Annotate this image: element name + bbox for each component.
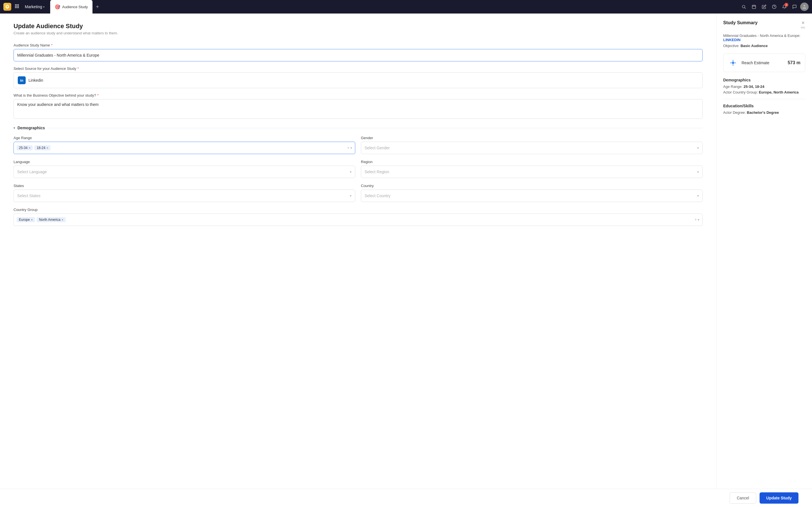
remove-europe-button[interactable]: × (31, 218, 33, 221)
user-avatar[interactable] (800, 3, 809, 11)
main-container: Update Audience Study Create an audience… (0, 13, 812, 507)
summary-study-name: Millennial Graduates - North America & E… (723, 34, 805, 42)
summary-platform: LINKEDIN (723, 38, 741, 42)
study-summary-panel: Study Summary × esc Millennial Graduates… (716, 13, 812, 507)
states-country-row: States Select States ▾ Country Select Co… (13, 184, 703, 202)
states-placeholder: Select States (17, 193, 41, 198)
edit-button[interactable] (760, 2, 769, 11)
notification-badge: 1 (784, 3, 788, 7)
source-label: Select Source for your Audience Study * (13, 66, 703, 71)
country-group-chevron-icon: ▾ (698, 218, 700, 222)
svg-point-17 (804, 5, 805, 6)
study-name-input[interactable] (13, 49, 703, 61)
audience-study-tab[interactable]: 🎯 Audience Study (50, 0, 92, 13)
language-placeholder: Select Language (17, 170, 47, 174)
country-group-tag-north-america: North America × (37, 217, 65, 222)
actor-country-summary: Actor Country Group: Europe, North Ameri… (723, 90, 805, 94)
language-selector[interactable]: Select Language ▾ (13, 166, 355, 178)
region-label: Region (361, 160, 703, 164)
source-selector[interactable]: in Linkedin (13, 72, 703, 88)
calendar-button[interactable] (749, 2, 758, 11)
actor-degree-value: Bachelor's Degree (747, 110, 779, 115)
close-esc-label: esc (801, 26, 805, 29)
remove-north-america-button[interactable]: × (61, 218, 63, 221)
grid-icon[interactable] (13, 3, 20, 11)
cancel-button[interactable]: Cancel (730, 492, 756, 504)
states-selector[interactable]: Select States ▾ (13, 189, 355, 202)
svg-rect-0 (15, 4, 16, 5)
actor-country-value: Europe, North America (759, 90, 799, 94)
country-selector[interactable]: Select Country ▾ (361, 189, 703, 202)
summary-divider (723, 99, 805, 99)
clear-country-group-button[interactable]: × (695, 218, 697, 222)
objective-input[interactable]: Know your audience and what matters to t… (13, 99, 703, 119)
topnav-icons: 1 (739, 2, 809, 11)
source-value: Linkedin (29, 78, 43, 82)
age-tag-18-24: 18-24 × (35, 145, 50, 151)
country-group-tag-europe: Europe × (17, 217, 35, 222)
age-range-summary-value: 25-34, 18-24 (744, 84, 764, 89)
gender-chevron-icon: ▾ (697, 146, 699, 150)
remove-25-34-button[interactable]: × (29, 146, 31, 150)
help-button[interactable] (770, 2, 779, 11)
svg-point-20 (732, 64, 734, 66)
required-indicator-3: * (97, 93, 99, 98)
age-range-selector[interactable]: 25-34 × 18-24 × × ▾ (13, 142, 355, 154)
form-area: Update Audience Study Create an audience… (0, 13, 716, 507)
study-name-label: Audience Study Name * (13, 43, 703, 47)
page-subtitle: Create an audience study and understand … (13, 31, 703, 35)
states-field: States Select States ▾ (13, 184, 355, 202)
svg-point-21 (730, 62, 732, 64)
study-name-field: Audience Study Name * (13, 43, 703, 61)
marketing-label: Marketing (25, 4, 42, 9)
app-logo[interactable] (3, 3, 11, 11)
country-group-field: Country Group Europe × North America × ×… (13, 208, 703, 226)
education-summary-title: Education/Skills (723, 104, 805, 108)
region-placeholder: Select Region (364, 170, 389, 174)
update-study-button[interactable]: Update Study (760, 492, 799, 504)
region-field: Region Select Region ▾ (361, 160, 703, 178)
svg-rect-7 (16, 7, 17, 8)
chat-button[interactable] (790, 2, 799, 11)
objective-field: What is the Business Objective behind yo… (13, 93, 703, 119)
reach-label: Reach Estimate (742, 61, 784, 65)
gender-placeholder: Select Gender (364, 146, 390, 150)
demographics-section-header[interactable]: ▾ Demographics (13, 126, 703, 130)
reach-value: 573 m (788, 60, 801, 65)
tab-label: Audience Study (62, 5, 88, 9)
region-selector[interactable]: Select Region ▾ (361, 166, 703, 178)
required-indicator: * (51, 43, 52, 47)
language-field: Language Select Language ▾ (13, 160, 355, 178)
country-chevron-icon: ▾ (697, 194, 699, 198)
svg-rect-4 (16, 6, 17, 7)
required-indicator-2: * (78, 66, 79, 71)
svg-rect-3 (15, 6, 16, 7)
demographics-title: Demographics (17, 126, 45, 130)
search-button[interactable] (739, 2, 748, 11)
country-group-label: Country Group (13, 208, 703, 212)
gender-selector[interactable]: Select Gender ▾ (361, 142, 703, 154)
bottom-action-bar: Cancel Update Study (0, 489, 812, 507)
gender-label: Gender (361, 136, 703, 140)
svg-point-22 (735, 62, 736, 64)
age-gender-row: Age Range 25-34 × 18-24 × × ▾ (13, 136, 703, 154)
country-group-selector[interactable]: Europe × North America × × ▾ (13, 214, 703, 226)
reach-estimate-box: Reach Estimate 573 m (723, 54, 805, 72)
notifications-button[interactable]: 1 (780, 2, 789, 11)
objective-label: What is the Business Objective behind yo… (13, 93, 703, 98)
states-chevron-icon: ▾ (350, 194, 352, 198)
region-chevron-icon: ▾ (697, 170, 699, 174)
gender-field: Gender Select Gender ▾ (361, 136, 703, 154)
remove-18-24-button[interactable]: × (47, 146, 48, 150)
svg-point-19 (732, 60, 734, 61)
age-range-field: Age Range 25-34 × 18-24 × × ▾ (13, 136, 355, 154)
demographics-chevron-icon: ▾ (13, 126, 15, 130)
add-tab-button[interactable]: + (93, 0, 103, 13)
language-chevron-icon: ▾ (350, 170, 352, 174)
summary-objective: Objective: Basic Audience (723, 44, 805, 48)
language-label: Language (13, 160, 355, 164)
clear-age-button[interactable]: × (347, 146, 349, 150)
marketing-nav[interactable]: Marketing ▾ (22, 3, 47, 10)
close-summary-button[interactable]: × esc (801, 20, 805, 29)
tab-bar: 🎯 Audience Study + (50, 0, 102, 13)
